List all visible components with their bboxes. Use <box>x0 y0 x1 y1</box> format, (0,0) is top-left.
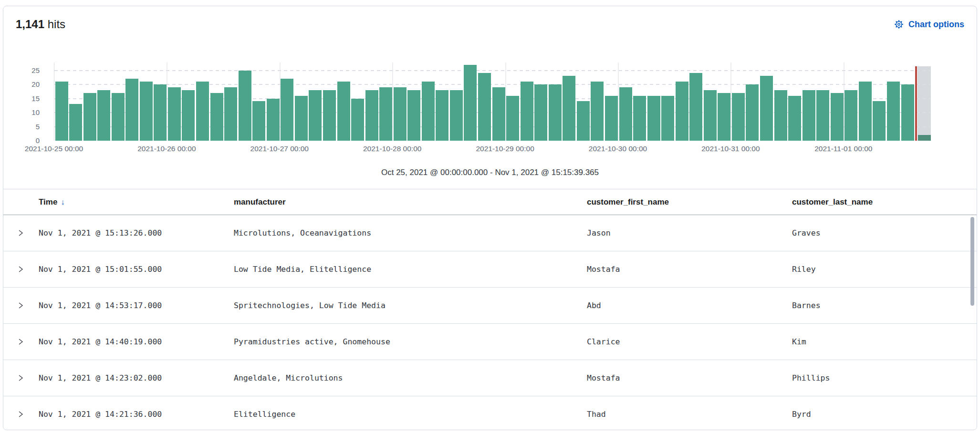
histogram-bar[interactable] <box>295 96 308 141</box>
histogram-bar[interactable] <box>125 79 138 141</box>
histogram-bar[interactable] <box>337 82 350 141</box>
histogram-bar[interactable] <box>351 99 364 141</box>
y-axis-tick-label: 20 <box>3 80 40 89</box>
histogram-bar[interactable] <box>210 93 223 141</box>
histogram-bar[interactable] <box>887 82 900 141</box>
histogram-bar[interactable] <box>788 96 801 141</box>
histogram-bar[interactable] <box>224 87 237 141</box>
cell-customer-first-name: Jason <box>587 228 792 238</box>
histogram-bar[interactable] <box>831 93 844 141</box>
expand-row-icon[interactable] <box>16 337 25 347</box>
column-header-customer-first-name[interactable]: customer_first_name <box>587 197 792 207</box>
histogram-bar[interactable] <box>901 84 914 141</box>
histogram-bar[interactable] <box>112 93 125 141</box>
table-row: Nov 1, 2021 @ 14:53:17.000 Spritechnolog… <box>3 288 977 324</box>
y-axis-tick-label: 5 <box>3 122 40 132</box>
discover-panel: 1,141 hits Chart options 051015202 <box>3 6 977 430</box>
table-row: Nov 1, 2021 @ 14:40:19.000 Pyramidustrie… <box>3 324 977 360</box>
cell-customer-last-name: Kim <box>792 337 977 346</box>
histogram-bar[interactable] <box>577 101 590 141</box>
histogram-bar[interactable] <box>619 87 632 141</box>
histogram-bar[interactable] <box>407 90 420 141</box>
cell-time: Nov 1, 2021 @ 15:13:26.000 <box>39 228 234 238</box>
histogram-bar[interactable] <box>803 90 815 141</box>
histogram-bar[interactable] <box>83 93 96 141</box>
y-gridline <box>54 70 930 71</box>
histogram-bar[interactable] <box>534 84 547 141</box>
histogram-bar[interactable] <box>252 101 265 141</box>
cell-customer-first-name: Mostafa <box>587 265 792 274</box>
histogram-bar[interactable] <box>365 90 378 141</box>
cell-manufacturer: Angeldale, Microlutions <box>234 373 587 382</box>
histogram-bar[interactable] <box>323 90 336 141</box>
histogram-bar[interactable] <box>309 90 322 141</box>
histogram-bar[interactable] <box>239 71 251 141</box>
cell-customer-first-name: Abd <box>587 301 792 310</box>
histogram-bar[interactable] <box>647 96 660 141</box>
sort-descending-icon[interactable]: ↓ <box>61 198 64 207</box>
histogram-bar[interactable] <box>379 87 392 141</box>
expand-row-icon[interactable] <box>16 265 25 274</box>
histogram-bar[interactable] <box>281 79 293 141</box>
histogram-bar[interactable] <box>605 96 618 141</box>
histogram-bar[interactable] <box>492 87 505 141</box>
histogram-bar[interactable] <box>69 104 82 141</box>
histogram-bar[interactable] <box>168 87 181 141</box>
histogram-bar[interactable] <box>154 84 167 141</box>
histogram-bar[interactable] <box>422 82 435 141</box>
expand-row-icon[interactable] <box>16 410 25 419</box>
histogram-bar[interactable] <box>746 84 759 141</box>
table-row: Nov 1, 2021 @ 14:23:02.000 Angeldale, Mi… <box>3 360 977 396</box>
table-scrollbar-thumb[interactable] <box>970 217 974 306</box>
column-header-manufacturer[interactable]: manufacturer <box>234 197 587 207</box>
x-axis-tick-label: 2021-10-31 00:00 <box>701 145 760 153</box>
histogram-bar[interactable] <box>267 99 280 141</box>
histogram-bar[interactable] <box>182 90 195 141</box>
cell-customer-last-name: Barnes <box>792 301 977 310</box>
histogram-bar[interactable] <box>140 82 153 141</box>
histogram-bar[interactable] <box>521 82 533 141</box>
cell-customer-first-name: Thad <box>587 410 792 419</box>
histogram-bar[interactable] <box>816 90 829 141</box>
histogram-bar[interactable] <box>718 93 730 141</box>
histogram-plot[interactable] <box>54 62 930 141</box>
column-header-time[interactable]: Time ↓ <box>39 197 234 207</box>
table-row: Nov 1, 2021 @ 15:01:55.000 Low Tide Medi… <box>3 251 977 288</box>
partial-bucket-bar[interactable] <box>918 135 931 141</box>
histogram-chart: 0510152025 2021-10-25 00:002021-10-26 00… <box>3 48 977 160</box>
histogram-bar[interactable] <box>774 90 787 141</box>
column-header-customer-last-name[interactable]: customer_last_name <box>792 197 977 207</box>
hits-summary: 1,141 hits <box>16 18 65 31</box>
histogram-bar[interactable] <box>464 65 477 141</box>
histogram-bar[interactable] <box>676 82 688 141</box>
histogram-bar[interactable] <box>563 76 575 141</box>
histogram-bar[interactable] <box>506 96 519 141</box>
histogram-bar[interactable] <box>97 90 110 141</box>
histogram-bar[interactable] <box>844 90 857 141</box>
histogram-bar[interactable] <box>633 96 646 141</box>
histogram-bar[interactable] <box>478 73 491 141</box>
histogram-bar[interactable] <box>873 101 886 141</box>
histogram-bar[interactable] <box>55 82 68 141</box>
cell-time: Nov 1, 2021 @ 14:53:17.000 <box>39 301 234 310</box>
histogram-bar[interactable] <box>394 87 407 141</box>
expand-row-icon[interactable] <box>16 373 25 383</box>
histogram-bar[interactable] <box>859 82 872 141</box>
cell-customer-last-name: Riley <box>792 265 977 274</box>
histogram-bar[interactable] <box>549 84 562 141</box>
histogram-bar[interactable] <box>704 90 717 141</box>
histogram-bar[interactable] <box>732 93 745 141</box>
histogram-bar[interactable] <box>689 73 702 141</box>
x-axis-tick-label: 2021-10-27 00:00 <box>250 145 309 153</box>
expand-row-icon[interactable] <box>16 228 25 238</box>
histogram-bar[interactable] <box>436 90 448 141</box>
histogram-bar[interactable] <box>661 96 674 141</box>
y-axis-tick-label: 0 <box>3 136 40 145</box>
histogram-bar[interactable] <box>450 90 463 141</box>
histogram-bar[interactable] <box>760 76 773 141</box>
histogram-bar[interactable] <box>196 82 209 141</box>
expand-row-icon[interactable] <box>16 301 25 310</box>
cell-manufacturer: Spritechnologies, Low Tide Media <box>234 301 587 310</box>
chart-options-button[interactable]: Chart options <box>894 20 964 30</box>
histogram-bar[interactable] <box>591 82 604 141</box>
